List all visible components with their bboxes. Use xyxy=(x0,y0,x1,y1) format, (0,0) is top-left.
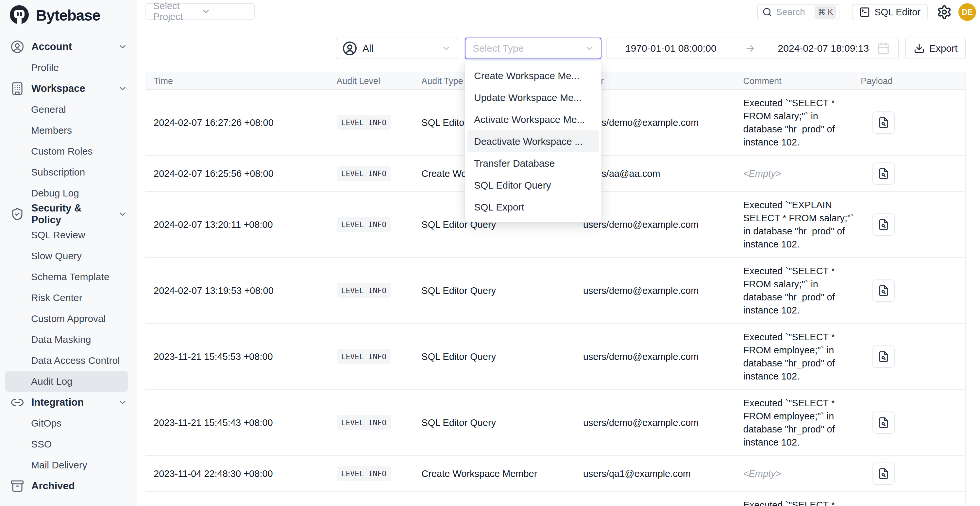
sidebar-item-subscription[interactable]: Subscription xyxy=(5,162,128,183)
sidebar-item-sql-review[interactable]: SQL Review xyxy=(5,224,128,245)
sidebar-item-audit-log[interactable]: Audit Log xyxy=(5,371,128,392)
sidebar-item-gitops[interactable]: GitOps xyxy=(5,413,128,434)
file-search-icon xyxy=(878,351,889,363)
payload-view-button[interactable] xyxy=(872,213,895,235)
cell-time: 2024-02-07 13:20:11 +08:00 xyxy=(145,220,337,230)
building-icon xyxy=(10,82,24,95)
sidebar-item-general[interactable]: General xyxy=(5,99,128,120)
cell-actor: users/demo@example.com xyxy=(583,417,743,428)
comment-text: Executed `"SELECT * FROM employee;"` in … xyxy=(743,396,858,449)
dropdown-option-create-workspace-me[interactable]: Create Workspace Me... xyxy=(468,65,599,87)
comment-text: Executed `"SELECT * FROM salary;"` in da… xyxy=(743,96,858,149)
type-filter-placeholder: Select Type xyxy=(473,43,584,54)
cell-time: 2023-11-21 15:45:53 +08:00 xyxy=(145,352,337,362)
date-range-picker[interactable]: 1970-01-01 08:00:00 2024-02-07 18:09:13 xyxy=(606,38,899,59)
table-row: 2023-11-04 21:26:34 +08:00LEVEL_INFOSQL … xyxy=(145,492,965,506)
sidebar-item-mail-delivery[interactable]: Mail Delivery xyxy=(5,455,128,476)
sidebar-section-security-policy[interactable]: Security & Policy xyxy=(0,204,137,224)
project-select[interactable]: Select Project xyxy=(145,3,255,20)
sidebar-item-members[interactable]: Members xyxy=(5,120,128,141)
payload-view-button[interactable] xyxy=(872,463,895,485)
payload-view-button[interactable] xyxy=(872,280,895,302)
cell-audit-level: LEVEL_INFO xyxy=(337,166,422,181)
sidebar-item-custom-approval[interactable]: Custom Approval xyxy=(5,308,128,329)
cell-time: 2024-02-07 16:25:56 +08:00 xyxy=(145,168,337,179)
sidebar-section-integration[interactable]: Integration xyxy=(0,392,137,413)
comment-text: Executed `"SELECT * FROM salary;"` in da… xyxy=(743,264,858,317)
sidebar-item-slow-query[interactable]: Slow Query xyxy=(5,245,128,266)
bytebase-logo[interactable]: Bytebase xyxy=(0,0,137,27)
sidebar-item-data-access-control[interactable]: Data Access Control xyxy=(5,350,128,371)
cell-audit-level: LEVEL_INFO xyxy=(337,415,422,430)
chevron-down-icon xyxy=(201,6,249,16)
file-search-icon xyxy=(878,417,889,428)
link-icon xyxy=(10,396,24,409)
sidebar-section-label: Integration xyxy=(31,396,110,408)
type-filter[interactable]: Select Type xyxy=(465,38,601,59)
sql-editor-button[interactable]: SQL Editor xyxy=(852,4,928,20)
cell-payload xyxy=(861,111,965,134)
cell-audit-type: SQL Editor Query xyxy=(422,285,583,296)
sidebar-section-archived[interactable]: Archived xyxy=(0,476,137,496)
cell-payload xyxy=(861,162,965,185)
cell-audit-level: LEVEL_INFO xyxy=(337,217,422,232)
sidebar-section-account[interactable]: Account xyxy=(0,36,137,57)
search-icon xyxy=(762,7,772,17)
sidebar-section-workspace[interactable]: Workspace xyxy=(0,78,137,99)
sidebar-item-data-masking[interactable]: Data Masking xyxy=(5,329,128,350)
payload-view-button[interactable] xyxy=(872,111,895,134)
cell-time: 2024-02-07 16:27:26 +08:00 xyxy=(145,117,337,128)
chevron-down-icon xyxy=(441,43,451,53)
dropdown-option-update-workspace-me[interactable]: Update Workspace Me... xyxy=(468,87,599,108)
avatar[interactable]: DE xyxy=(958,3,976,21)
sidebar-nav: AccountProfileWorkspaceGeneralMembersCus… xyxy=(0,36,137,496)
cell-payload xyxy=(861,280,965,302)
sidebar-item-risk-center[interactable]: Risk Center xyxy=(5,287,128,308)
bytebase-logo-icon xyxy=(8,4,31,27)
file-search-icon xyxy=(878,117,889,129)
terminal-icon xyxy=(859,6,870,18)
comment-text: Executed `"EXPLAIN SELECT * FROM salary;… xyxy=(743,199,858,251)
cell-payload xyxy=(861,213,965,235)
table-row: 2023-11-04 22:48:30 +08:00LEVEL_INFOCrea… xyxy=(145,456,965,492)
sidebar-section-label: Security & Policy xyxy=(31,202,110,226)
cell-audit-level: LEVEL_INFO xyxy=(337,349,422,364)
dropdown-option-sql-export[interactable]: SQL Export xyxy=(468,196,599,218)
actor-filter[interactable]: All xyxy=(336,38,458,59)
column-header-actor: Actor xyxy=(583,76,743,86)
sidebar-item-schema-template[interactable]: Schema Template xyxy=(5,266,128,287)
payload-view-button[interactable] xyxy=(872,412,895,434)
cell-audit-type: Create Workspace Member xyxy=(422,468,583,479)
type-dropdown-menu: Create Workspace Me...Update Workspace M… xyxy=(465,61,601,222)
audit-level-badge: LEVEL_INFO xyxy=(337,466,391,481)
cell-audit-level: LEVEL_INFO xyxy=(337,115,422,130)
sidebar-item-sso[interactable]: SSO xyxy=(5,434,128,455)
calendar-icon xyxy=(877,42,890,55)
file-search-icon xyxy=(878,468,889,479)
dropdown-option-transfer-database[interactable]: Transfer Database xyxy=(468,152,599,174)
chevron-down-icon xyxy=(118,209,127,219)
dropdown-option-deactivate-workspace[interactable]: Deactivate Workspace ... xyxy=(468,130,599,152)
column-header-comment: Comment xyxy=(743,76,861,86)
chevron-down-icon xyxy=(118,84,127,94)
audit-level-badge: LEVEL_INFO xyxy=(337,349,391,364)
dropdown-option-sql-editor-query[interactable]: SQL Editor Query xyxy=(468,174,599,196)
shield-check-icon xyxy=(10,207,24,221)
cell-comment: <Empty> xyxy=(743,167,861,180)
payload-view-button[interactable] xyxy=(872,162,895,185)
actor-filter-value: All xyxy=(363,43,436,54)
column-header-payload: Payload xyxy=(861,76,965,86)
search-input[interactable]: Search ⌘ K xyxy=(757,4,840,20)
audit-level-badge: LEVEL_INFO xyxy=(337,283,391,298)
cell-comment: Executed `"SELECT * FROM employee;"` in … xyxy=(743,331,861,383)
dropdown-option-activate-workspace-me[interactable]: Activate Workspace Me... xyxy=(468,108,599,130)
sidebar-item-profile[interactable]: Profile xyxy=(5,57,128,78)
sidebar-item-custom-roles[interactable]: Custom Roles xyxy=(5,141,128,162)
file-search-icon xyxy=(878,219,889,231)
sidebar-item-debug-log[interactable]: Debug Log xyxy=(5,183,128,204)
cell-actor: users/aa@aa.com xyxy=(583,168,743,179)
payload-view-button[interactable] xyxy=(872,345,895,368)
cell-audit-type: SQL Editor Query xyxy=(422,417,583,428)
export-button[interactable]: Export xyxy=(905,38,966,59)
gear-icon[interactable] xyxy=(937,5,952,20)
